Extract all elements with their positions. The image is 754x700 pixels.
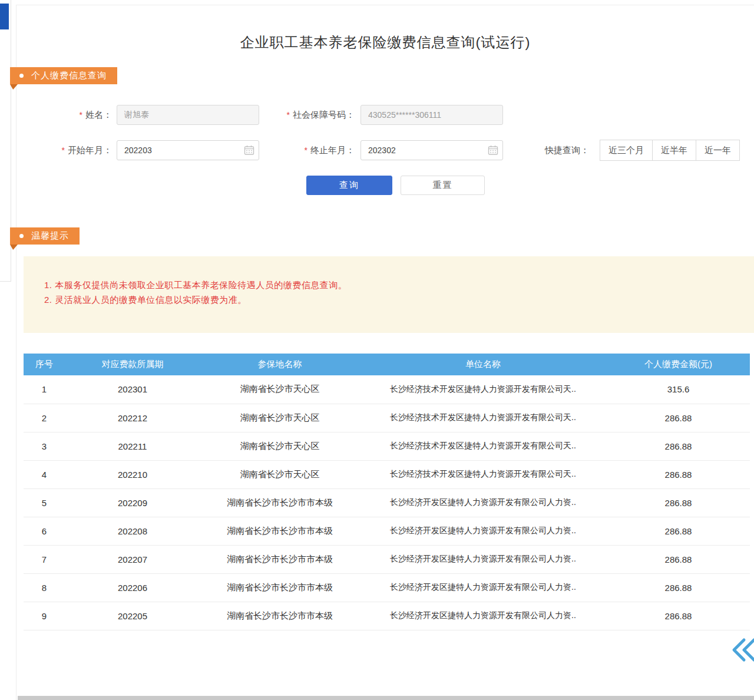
cell-period: 202209 — [65, 488, 200, 517]
quick-range-3months-button[interactable]: 近三个月 — [600, 140, 653, 161]
end-month-picker — [361, 140, 503, 160]
cell-amount: 286.88 — [607, 404, 750, 432]
cell-company: 长沙经济技术开发区捷特人力资源开发有限公司天.. — [359, 432, 607, 460]
cell-period: 202206 — [65, 573, 200, 602]
cell-region: 湖南省长沙市天心区 — [200, 404, 359, 432]
cell-company: 长沙经济开发区捷特人力资源开发有限公司人力资.. — [359, 488, 607, 517]
col-header-amount: 个人缴费金额(元) — [607, 354, 750, 375]
quick-range-1year-button[interactable]: 近一年 — [696, 140, 740, 161]
end-month-label: *终止年月： — [278, 145, 355, 156]
cell-seq: 7 — [24, 545, 65, 573]
cell-period: 202301 — [65, 375, 200, 404]
required-mark: * — [305, 146, 307, 155]
payment-table-header: 序号 对应费款所属期 参保地名称 单位名称 个人缴费金额(元) — [24, 354, 750, 375]
cell-region: 湖南省长沙市长沙市市本级 — [200, 545, 359, 573]
cell-amount: 286.88 — [607, 488, 750, 517]
required-mark: * — [80, 110, 82, 120]
dot-icon — [19, 74, 24, 78]
cell-seq: 3 — [24, 432, 65, 460]
name-field — [117, 105, 259, 125]
table-row: 6 202208 湖南省长沙市长沙市市本级 长沙经济开发区捷特人力资源开发有限公… — [24, 517, 750, 545]
cell-amount: 286.88 — [607, 517, 750, 545]
cell-region: 湖南省长沙市天心区 — [200, 432, 359, 460]
cell-period: 202208 — [65, 517, 200, 545]
cell-amount: 286.88 — [607, 432, 750, 460]
cell-region: 湖南省长沙市长沙市市本级 — [200, 602, 359, 630]
ssn-field — [361, 105, 503, 125]
calendar-icon[interactable] — [244, 145, 254, 156]
cell-seq: 4 — [24, 460, 65, 488]
start-month-picker — [117, 140, 259, 160]
cell-company: 长沙经济开发区捷特人力资源开发有限公司人力资.. — [359, 573, 607, 602]
quick-range-halfyear-button[interactable]: 近半年 — [652, 140, 696, 161]
col-header-period: 对应费款所属期 — [65, 354, 200, 375]
col-header-region: 参保地名称 — [200, 354, 359, 375]
end-month-field[interactable] — [361, 140, 503, 160]
reset-button[interactable]: 重置 — [401, 176, 485, 195]
cell-company: 长沙经济技术开发区捷特人力资源开发有限公司天.. — [359, 460, 607, 488]
payment-table-body: 1 202301 湖南省长沙市天心区 长沙经济技术开发区捷特人力资源开发有限公司… — [24, 375, 750, 630]
cell-amount: 315.6 — [607, 375, 750, 404]
quick-query-label: 快捷查询： — [545, 145, 595, 156]
cell-company: 长沙经济技术开发区捷特人力资源开发有限公司天.. — [359, 404, 607, 432]
cell-company: 长沙经济开发区捷特人力资源开发有限公司人力资.. — [359, 602, 607, 630]
cell-seq: 6 — [24, 517, 65, 545]
table-row: 2 202212 湖南省长沙市天心区 长沙经济技术开发区捷特人力资源开发有限公司… — [24, 404, 750, 432]
cell-period: 202211 — [65, 432, 200, 460]
section-header-personal-query: 个人缴费信息查询 — [10, 67, 117, 84]
name-label: *姓名： — [35, 110, 112, 121]
quick-query-group: 近三个月 近半年 近一年 — [600, 140, 740, 161]
cell-region: 湖南省长沙市长沙市市本级 — [200, 488, 359, 517]
cell-amount: 286.88 — [607, 545, 750, 573]
required-mark: * — [62, 146, 65, 155]
notice-line: 1. 本服务仅提供尚未领取企业职工基本养老保险待遇人员的缴费信息查询。 — [44, 280, 347, 291]
start-month-field[interactable] — [117, 140, 259, 160]
cell-seq: 5 — [24, 488, 65, 517]
cell-region: 湖南省长沙市天心区 — [200, 460, 359, 488]
cell-region: 湖南省长沙市长沙市市本级 — [200, 517, 359, 545]
start-month-label: *开始年月： — [35, 145, 112, 156]
cell-region: 湖南省长沙市天心区 — [200, 375, 359, 404]
double-left-chevron-icon[interactable] — [732, 636, 754, 663]
cell-seq: 9 — [24, 602, 65, 630]
cell-seq: 2 — [24, 404, 65, 432]
section-label: 温馨提示 — [31, 230, 69, 242]
table-row: 7 202207 湖南省长沙市长沙市市本级 长沙经济开发区捷特人力资源开发有限公… — [24, 545, 750, 573]
page: 企业职工基本养老保险缴费信息查询(试运行) 个人缴费信息查询 *姓名： *社会保… — [0, 0, 754, 700]
notice-box: 1. 本服务仅提供尚未领取企业职工基本养老保险待遇人员的缴费信息查询。 2. 灵… — [24, 256, 754, 333]
table-row: 8 202206 湖南省长沙市长沙市市本级 长沙经济开发区捷特人力资源开发有限公… — [24, 573, 750, 602]
section-header-tips: 温馨提示 — [10, 227, 80, 245]
query-button[interactable]: 查询 — [306, 176, 392, 195]
cell-period: 202210 — [65, 460, 200, 488]
cell-company: 长沙经济开发区捷特人力资源开发有限公司人力资.. — [359, 517, 607, 545]
ssn-label: *社会保障号码： — [247, 110, 355, 121]
col-header-seq: 序号 — [24, 354, 65, 375]
cell-seq: 1 — [24, 375, 65, 404]
calendar-icon[interactable] — [488, 145, 498, 156]
table-row: 5 202209 湖南省长沙市长沙市市本级 长沙经济开发区捷特人力资源开发有限公… — [24, 488, 750, 517]
table-row: 1 202301 湖南省长沙市天心区 长沙经济技术开发区捷特人力资源开发有限公司… — [24, 375, 750, 404]
cell-period: 202207 — [65, 545, 200, 573]
table-row: 4 202210 湖南省长沙市天心区 长沙经济技术开发区捷特人力资源开发有限公司… — [24, 460, 750, 488]
cell-company: 长沙经济技术开发区捷特人力资源开发有限公司天.. — [359, 375, 607, 404]
page-title: 企业职工基本养老保险缴费信息查询(试运行) — [16, 33, 754, 52]
cell-amount: 286.88 — [607, 573, 750, 602]
table-row: 9 202205 湖南省长沙市长沙市市本级 长沙经济开发区捷特人力资源开发有限公… — [24, 602, 750, 630]
left-edge-blue-tab[interactable] — [0, 4, 9, 29]
cell-seq: 8 — [24, 573, 65, 602]
notice-line: 2. 灵活就业人员的缴费单位信息以实际缴费为准。 — [44, 295, 247, 306]
cell-amount: 286.88 — [607, 602, 750, 630]
section-label: 个人缴费信息查询 — [31, 70, 107, 81]
cell-period: 202212 — [65, 404, 200, 432]
payment-table: 序号 对应费款所属期 参保地名称 单位名称 个人缴费金额(元) 1 202301… — [24, 354, 750, 630]
cell-region: 湖南省长沙市长沙市市本级 — [200, 573, 359, 602]
bottom-scrollbar[interactable] — [18, 696, 754, 700]
required-mark: * — [287, 110, 290, 120]
dot-icon — [19, 234, 24, 238]
cell-company: 长沙经济开发区捷特人力资源开发有限公司人力资.. — [359, 545, 607, 573]
col-header-company: 单位名称 — [359, 354, 607, 375]
table-row: 3 202211 湖南省长沙市天心区 长沙经济技术开发区捷特人力资源开发有限公司… — [24, 432, 750, 460]
cell-amount: 286.88 — [607, 460, 750, 488]
cell-period: 202205 — [65, 602, 200, 630]
